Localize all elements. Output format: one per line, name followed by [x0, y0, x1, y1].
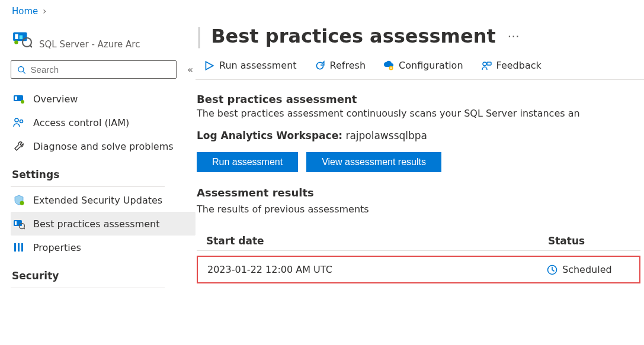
breadcrumb: Home › — [0, 0, 644, 20]
breadcrumb-home[interactable]: Home — [12, 6, 38, 17]
collapse-sidebar-button[interactable]: « — [185, 62, 196, 78]
chevron-right-icon: › — [43, 6, 46, 17]
svg-rect-2 — [20, 36, 23, 39]
divider — [11, 186, 165, 187]
configuration-command[interactable]: Configuration — [383, 60, 463, 71]
sidebar-item-diagnose[interactable]: Diagnose and solve problems — [11, 134, 196, 158]
refresh-command[interactable]: Refresh — [315, 60, 366, 71]
wrench-icon — [13, 140, 25, 152]
toolbar-label: Run assessment — [219, 60, 297, 71]
col-header-start-date[interactable]: Start date — [206, 235, 548, 247]
svg-point-12 — [20, 120, 23, 123]
resource-type: SQL Server - Azure Arc — [39, 28, 140, 50]
svg-line-17 — [24, 228, 25, 229]
section-description: The best practices assessment continuous… — [197, 108, 644, 119]
svg-point-6 — [18, 66, 24, 72]
svg-line-7 — [23, 71, 25, 73]
sidebar-item-extended-security[interactable]: Extended Security Updates — [11, 188, 196, 212]
cell-start-date: 2023-01-22 12:00 AM UTC — [207, 264, 547, 275]
search-icon — [17, 65, 26, 75]
sidebar: SQL Server - Azure Arc « Overview Access… — [0, 20, 196, 344]
table-row[interactable]: 2023-01-22 12:00 AM UTC Scheduled — [197, 256, 640, 283]
feedback-command[interactable]: Feedback — [481, 60, 542, 71]
sidebar-item-access-control[interactable]: Access control (IAM) — [11, 111, 196, 134]
section-heading: Best practices assessment — [197, 93, 644, 105]
title-separator: | — [196, 24, 205, 48]
refresh-icon — [315, 60, 325, 71]
cell-status: Scheduled — [562, 264, 612, 275]
run-assessment-command[interactable]: Run assessment — [204, 60, 297, 71]
svg-rect-19 — [18, 243, 20, 252]
svg-rect-20 — [21, 243, 23, 252]
toolbar-label: Configuration — [399, 60, 463, 71]
col-header-status[interactable]: Status — [548, 235, 631, 247]
svg-point-10 — [21, 100, 24, 104]
settings-heading: Settings — [11, 158, 196, 183]
sidebar-item-label: Overview — [33, 93, 78, 105]
security-heading: Security — [11, 259, 196, 284]
sidebar-item-label: Diagnose and solve problems — [33, 141, 174, 152]
svg-rect-18 — [14, 243, 16, 252]
clock-icon — [547, 265, 558, 275]
toolbar: Run assessment Refresh Configuration Fee… — [196, 54, 644, 80]
sidebar-item-label: Access control (IAM) — [33, 117, 129, 128]
view-results-button[interactable]: View assessment results — [306, 152, 441, 172]
sql-server-arc-icon — [12, 28, 32, 49]
more-actions-button[interactable]: ⋯ — [502, 29, 521, 43]
results-heading: Assessment results — [197, 186, 644, 199]
divider — [11, 288, 165, 288]
svg-rect-9 — [15, 96, 17, 100]
people-icon — [13, 117, 25, 128]
results-subtext: The results of previous assessments — [197, 204, 644, 215]
law-label: Log Analytics Workspace: — [197, 130, 342, 141]
svg-line-4 — [30, 46, 32, 47]
sidebar-item-best-practices[interactable]: Best practices assessment — [11, 212, 196, 236]
toolbar-label: Feedback — [496, 60, 542, 71]
svg-point-11 — [15, 118, 18, 122]
svg-rect-1 — [15, 34, 18, 40]
sidebar-item-properties[interactable]: Properties — [11, 236, 196, 259]
page-title: Best practices assessment — [211, 25, 496, 47]
log-analytics-workspace: Log Analytics Workspace: rajpolawssqlbpa — [197, 130, 644, 141]
resource-header: SQL Server - Azure Arc — [11, 26, 196, 58]
svg-point-13 — [20, 201, 24, 205]
svg-point-23 — [483, 62, 486, 66]
sql-server-icon — [13, 93, 25, 105]
sidebar-item-overview[interactable]: Overview — [11, 87, 196, 111]
search-input[interactable] — [11, 60, 177, 79]
run-assessment-button[interactable]: Run assessment — [197, 152, 298, 172]
main-content: | Best practices assessment ⋯ Run assess… — [196, 20, 644, 344]
play-icon — [204, 60, 214, 71]
cloud-gear-icon — [383, 60, 394, 71]
svg-point-22 — [390, 67, 392, 69]
sidebar-item-label: Best practices assessment — [33, 218, 159, 230]
feedback-icon — [481, 60, 492, 71]
toolbar-label: Refresh — [330, 60, 366, 71]
results-table-header: Start date Status — [197, 231, 640, 251]
svg-rect-15 — [15, 221, 17, 225]
svg-rect-24 — [487, 62, 491, 65]
properties-icon — [13, 241, 25, 253]
svg-point-5 — [14, 40, 18, 44]
shield-icon — [13, 194, 25, 206]
assessment-icon — [13, 218, 25, 230]
sidebar-item-label: Properties — [33, 242, 81, 253]
law-value: rajpolawssqlbpa — [345, 130, 427, 141]
sidebar-item-label: Extended Security Updates — [33, 195, 162, 206]
